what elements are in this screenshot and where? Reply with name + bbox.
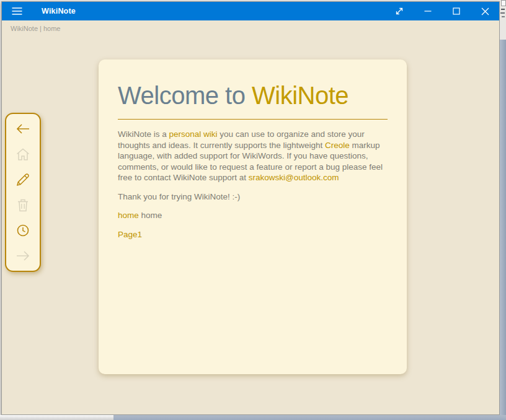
- close-icon: [481, 7, 489, 15]
- wiki-link[interactable]: home: [118, 211, 139, 220]
- page1-link-line: Page1: [118, 229, 388, 240]
- horizontal-scrollbar-thumb[interactable]: [113, 415, 506, 420]
- vertical-scrollbar-thumb[interactable]: [500, 40, 506, 420]
- hamburger-icon: [12, 7, 22, 15]
- wiki-link[interactable]: personal wiki: [169, 129, 218, 139]
- clock-icon: [17, 224, 29, 237]
- wiki-page-card: Welcome to WikiNote WikiNote is a person…: [99, 59, 407, 374]
- app-window: WikiNote: [1, 1, 500, 415]
- titlebar: WikiNote: [2, 2, 499, 20]
- wiki-link[interactable]: Creole: [325, 141, 350, 150]
- text-segment: home: [139, 211, 162, 220]
- text-segment: WikiNote is a: [118, 129, 169, 139]
- heading-divider: [118, 119, 388, 120]
- edit-button[interactable]: [10, 168, 36, 191]
- breadcrumb: WikiNote | home: [11, 25, 61, 32]
- minimize-button[interactable]: [414, 2, 442, 20]
- outer-panel-fragment: [501, 0, 506, 6]
- back-button[interactable]: [10, 117, 36, 141]
- page-title-prefix: Welcome to: [118, 82, 252, 109]
- home-links-line: home home: [118, 210, 388, 221]
- wiki-link[interactable]: srakowski@outlook.com: [249, 173, 339, 182]
- text-segment: Thank you for trying WikiNote! :-): [118, 192, 240, 201]
- page-title-accent: WikiNote: [252, 82, 348, 109]
- maximize-button[interactable]: [442, 2, 471, 20]
- fullscreen-icon: [395, 7, 404, 15]
- delete-button[interactable]: [10, 193, 36, 217]
- arrow-left-icon: [16, 123, 30, 134]
- home-icon: [16, 148, 30, 160]
- outer-glyph: [502, 16, 505, 17]
- minimize-icon: [424, 7, 432, 15]
- outer-vertical-scrollbar: [500, 0, 506, 420]
- outer-glyph: [501, 9, 505, 10]
- maximize-icon: [453, 7, 460, 15]
- forward-button[interactable]: [10, 244, 36, 268]
- intro-paragraph: WikiNote is a personal wiki you can use …: [118, 129, 388, 183]
- history-button[interactable]: [10, 219, 36, 242]
- sidebar: [5, 113, 41, 272]
- page-title: Welcome to WikiNote: [118, 82, 388, 110]
- outer-glyph: [500, 12, 505, 14]
- outer-horizontal-scrollbar: [0, 415, 506, 420]
- thanks-paragraph: Thank you for trying WikiNote! :-): [118, 191, 388, 203]
- fullscreen-button[interactable]: [385, 2, 414, 20]
- home-button[interactable]: [10, 142, 36, 166]
- wiki-link[interactable]: Page1: [118, 230, 142, 239]
- trash-icon: [17, 199, 29, 212]
- window-title: WikiNote: [42, 7, 76, 15]
- arrow-right-icon: [16, 250, 30, 261]
- close-button[interactable]: [471, 2, 499, 20]
- pencil-icon: [16, 173, 30, 186]
- hamburger-menu-button[interactable]: [2, 2, 32, 20]
